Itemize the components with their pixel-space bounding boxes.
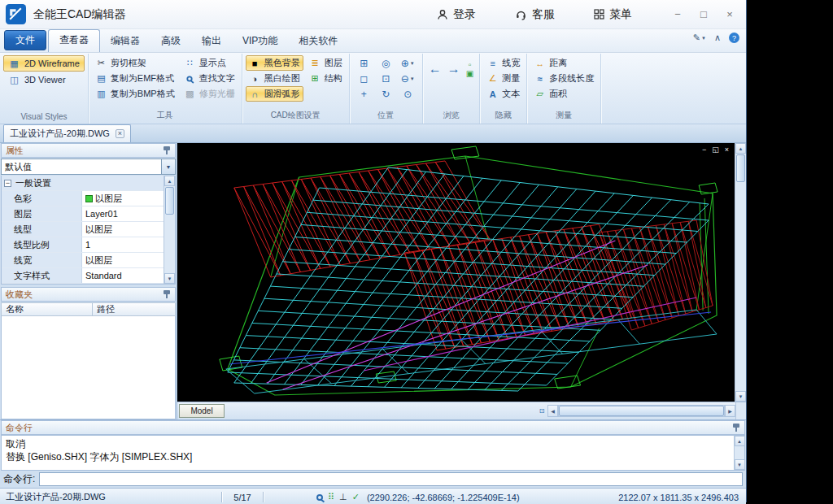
scroll-thumb[interactable] <box>736 154 745 182</box>
pages-icon[interactable]: ▣ <box>466 69 473 78</box>
find-text-button[interactable]: 查找文字 <box>181 71 238 86</box>
command-panel: 命令行 取消 替换 [Geniso.SHX] 字体为 [SIMPLEX.SHX]… <box>0 419 746 488</box>
group-label-cad-settings: CAD绘图设置 <box>246 108 346 124</box>
favorites-col-path[interactable]: 路径 <box>92 302 176 316</box>
favorites-column-headers: 名称 路径 <box>1 302 176 316</box>
collapse-ribbon-button[interactable]: ∧ <box>714 33 721 43</box>
status-toggle-icons: ⠿ ⊥ ✓ <box>316 492 360 502</box>
polyline-length-button[interactable]: ≈ 多段线长度 <box>530 71 597 86</box>
2d-wireframe-button[interactable]: ▦ 2D Wireframe <box>3 55 85 72</box>
scroll-down-icon[interactable]: ▼ <box>735 459 745 470</box>
chevron-down-icon[interactable]: ▼ <box>161 159 175 174</box>
structure-button[interactable]: ⊞ 结构 <box>306 71 346 86</box>
tab-vip[interactable]: VIP功能 <box>232 31 288 52</box>
center-view-button[interactable]: ⊙ <box>397 86 419 102</box>
forward-button[interactable]: → <box>447 63 460 76</box>
layers-button[interactable]: ≣ 图层 <box>306 55 346 71</box>
viewport-minimize-icon[interactable]: − <box>702 146 706 154</box>
3d-viewer-button[interactable]: ◫ 3D Viewer <box>3 72 85 88</box>
scroll-thumb[interactable] <box>165 187 174 215</box>
back-button[interactable]: ← <box>429 63 442 76</box>
tab-output[interactable]: 输出 <box>191 31 232 52</box>
ortho-icon[interactable]: ⊥ <box>339 492 347 502</box>
distance-button[interactable]: ↔ 距离 <box>530 55 597 71</box>
horizontal-scrollbar[interactable] <box>558 405 725 417</box>
line-width-button[interactable]: ≡ 线宽 <box>483 55 523 71</box>
zoom-selected-button[interactable]: ⊡ <box>375 71 397 86</box>
property-value[interactable]: 以图层 <box>82 191 164 206</box>
property-value[interactable]: 1 <box>82 237 164 252</box>
copy-bmp-button[interactable]: ▥ 复制为BMP格式 <box>92 86 178 102</box>
scroll-left-icon[interactable]: ◀ <box>547 405 558 417</box>
model-tab[interactable]: Model <box>179 404 225 418</box>
find-text-label: 查找文字 <box>199 72 235 85</box>
trim-raster-button[interactable]: ▩ 修剪光栅 <box>181 86 238 102</box>
scroll-right-icon[interactable]: ▶ <box>725 405 735 417</box>
minimize-button[interactable]: − <box>665 4 691 25</box>
drawing-canvas[interactable]: − ◱ × <box>177 143 735 402</box>
command-input[interactable] <box>39 472 743 486</box>
zoom-all-button[interactable]: + <box>353 86 375 102</box>
menu-button[interactable]: 菜单 <box>587 3 639 26</box>
layout-options-icon[interactable]: ⊡ <box>536 405 547 417</box>
main-area: 属性 默认值 ▼ 一般设置 色彩 以图层 <box>0 143 746 419</box>
property-value[interactable]: Standard <box>82 268 164 283</box>
property-value[interactable]: Layer01 <box>82 206 164 221</box>
property-value[interactable]: 以图层 <box>82 253 164 267</box>
page-icon[interactable]: ▫ <box>466 60 473 69</box>
zoom-in-button[interactable]: ⊕▼ <box>397 55 419 71</box>
command-history[interactable]: 取消 替换 [Geniso.SHX] 字体为 [SIMPLEX.SHX] ▲ ▼ <box>1 435 745 471</box>
tab-related[interactable]: 相关软件 <box>288 31 348 52</box>
pan-button[interactable]: ⊞ <box>353 55 375 71</box>
scroll-up-icon[interactable]: ▲ <box>735 143 746 154</box>
maximize-button[interactable]: □ <box>691 4 717 25</box>
smooth-arc-button[interactable]: ∩ 圆滑弧形 <box>246 86 303 102</box>
property-value[interactable]: 以图层 <box>82 222 164 237</box>
tab-viewer[interactable]: 查看器 <box>48 29 100 52</box>
copy-emf-button[interactable]: ▤ 复制为EMF格式 <box>92 71 178 86</box>
clip-frame-button[interactable]: ✂ 剪切框架 <box>92 55 178 71</box>
measure-toggle-button[interactable]: ∠ 测量 <box>483 71 523 86</box>
close-button[interactable]: × <box>717 4 743 25</box>
property-preset-dropdown[interactable]: 默认值 ▼ <box>1 159 176 175</box>
property-grid-scrollbar[interactable]: ▲ ▼ <box>164 176 175 284</box>
zoom-window-button[interactable]: ◎ <box>375 55 397 71</box>
viewport-close-icon[interactable]: × <box>725 146 729 154</box>
tab-file[interactable]: 文件 <box>4 30 46 50</box>
magnifier-icon[interactable] <box>316 494 323 501</box>
area-button[interactable]: ▱ 面积 <box>530 86 597 102</box>
collapse-box-icon[interactable] <box>4 180 11 187</box>
zoom-extents-button[interactable]: ◻ <box>353 71 375 86</box>
property-value-text: 以图层 <box>85 254 112 267</box>
vertical-scrollbar[interactable]: ▲ ▼ <box>735 143 746 402</box>
favorites-col-name[interactable]: 名称 <box>1 302 93 316</box>
rotate-view-button[interactable]: ↻ <box>375 86 397 102</box>
zoom-out-button[interactable]: ⊖▼ <box>397 71 419 86</box>
pin-icon[interactable] <box>163 146 171 155</box>
favorites-list[interactable] <box>1 316 176 419</box>
scroll-thumb[interactable] <box>559 406 724 416</box>
pin-icon[interactable] <box>163 289 171 299</box>
support-button[interactable]: 客服 <box>508 3 561 26</box>
login-button[interactable]: 登录 <box>430 3 482 26</box>
property-group-row[interactable]: 一般设置 <box>2 176 164 191</box>
scroll-down-icon[interactable]: ▼ <box>164 273 175 284</box>
help-button[interactable]: ? <box>729 33 739 43</box>
black-background-button[interactable]: ■ 黑色背景 <box>246 55 303 71</box>
pin-icon[interactable] <box>732 423 740 432</box>
command-scrollbar[interactable]: ▲ ▼ <box>734 436 744 470</box>
scroll-up-icon[interactable]: ▲ <box>735 436 745 446</box>
tab-editor[interactable]: 编辑器 <box>100 31 150 52</box>
text-toggle-button[interactable]: A 文本 <box>483 86 523 102</box>
scroll-up-icon[interactable]: ▲ <box>164 176 175 186</box>
viewport-restore-icon[interactable]: ◱ <box>712 146 719 154</box>
check-icon[interactable]: ✓ <box>352 492 360 502</box>
quick-style-button[interactable]: ✎ ▼ <box>693 33 706 43</box>
document-tab-close-icon[interactable]: × <box>116 129 124 138</box>
tab-advanced[interactable]: 高级 <box>150 31 191 52</box>
scroll-down-icon[interactable]: ▼ <box>735 391 746 402</box>
bw-drawing-button[interactable]: ◑ 黑白绘图 <box>246 71 303 86</box>
grid-snap-icon[interactable]: ⠿ <box>328 492 334 502</box>
show-points-button[interactable]: ∷ 显示点 <box>181 55 238 71</box>
document-tab[interactable]: 工业设计产品-20期.DWG × <box>3 124 131 142</box>
